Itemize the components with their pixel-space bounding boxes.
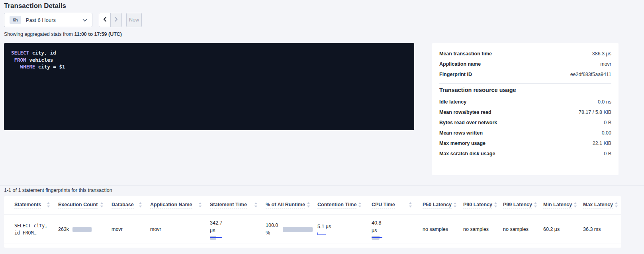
max-latency-value: 36.3 ms bbox=[583, 227, 601, 232]
sql-keyword: WHERE bbox=[11, 64, 35, 70]
previous-window-button[interactable] bbox=[99, 13, 110, 27]
column-header-min-latency: Min Latency bbox=[537, 196, 577, 215]
summary-label: Mean transaction time bbox=[439, 51, 492, 57]
chevron-left-icon bbox=[103, 16, 107, 23]
column-label[interactable]: Max Latency bbox=[583, 202, 613, 209]
cell-p50-latency: no samples bbox=[416, 215, 457, 244]
contention-time-value: 5.1 µs bbox=[317, 223, 331, 231]
chevron-down-icon bbox=[82, 16, 87, 23]
column-label[interactable]: CPU Time bbox=[372, 202, 395, 209]
pct-runtime-bar bbox=[283, 227, 313, 232]
summary-value: 0.00 bbox=[602, 130, 611, 136]
column-header-pct-of-all-runtime: % of All Runtime bbox=[262, 196, 313, 215]
cell-cpu-time: 40.8 µs bbox=[365, 215, 416, 244]
statement-time-bar-stddev bbox=[210, 237, 222, 238]
cell-contention-time: 5.1 µs bbox=[313, 215, 365, 244]
column-header-p99-latency: P99 Latency bbox=[497, 196, 537, 215]
summary-value: 0.0 ns bbox=[598, 99, 611, 105]
summary-label: Mean rows written bbox=[439, 130, 483, 136]
statement-time-value: 342.7 bbox=[210, 219, 222, 227]
execution-count-value: 263k bbox=[58, 227, 69, 232]
summary-row-idle-latency: Idle latency 0.0 ns bbox=[439, 97, 611, 107]
sort-arrows-icon[interactable] bbox=[254, 202, 258, 209]
column-label[interactable]: P50 Latency bbox=[423, 202, 452, 209]
summary-divider bbox=[439, 83, 611, 84]
summary-value: 386.3 µs bbox=[592, 51, 611, 57]
time-range-badge: 6h bbox=[10, 16, 21, 24]
sort-arrows-icon[interactable] bbox=[100, 202, 104, 209]
sort-arrows-icon[interactable] bbox=[198, 202, 202, 209]
summary-value: 22.1 KiB bbox=[593, 141, 611, 146]
time-window-pager bbox=[99, 13, 122, 27]
page-title: Transaction Details bbox=[4, 2, 66, 10]
column-label[interactable]: Application Name bbox=[150, 202, 192, 209]
summary-row-mean-rows-written: Mean rows written 0.00 bbox=[439, 128, 611, 138]
sql-text: city, id bbox=[29, 50, 56, 56]
execution-count-bar bbox=[72, 227, 92, 232]
column-header-cpu-time: CPU Time bbox=[365, 196, 416, 215]
sql-text: vehicles bbox=[26, 57, 53, 63]
sort-arrows-icon[interactable] bbox=[574, 202, 577, 209]
column-label[interactable]: Contention Time bbox=[317, 202, 356, 209]
summary-label: Application name bbox=[439, 61, 481, 67]
sql-text: city = $1 bbox=[35, 64, 65, 70]
cell-pct-of-all-runtime: 100.0 % bbox=[262, 215, 313, 244]
sort-arrows-icon[interactable] bbox=[139, 202, 142, 209]
contention-time-line bbox=[317, 234, 326, 235]
sort-arrows-icon[interactable] bbox=[307, 202, 310, 209]
summary-value: 0 B bbox=[604, 151, 611, 156]
column-header-statements: Statements bbox=[4, 196, 54, 215]
next-window-button[interactable] bbox=[110, 13, 121, 27]
p99-latency-value: no samples bbox=[503, 227, 529, 232]
column-header-database: Database bbox=[108, 196, 146, 215]
statements-table-header: Statements Execution Count Database Appl… bbox=[4, 196, 621, 215]
cell-statement-time: 342.7 µs bbox=[206, 215, 262, 244]
summary-label: Max scratch disk usage bbox=[439, 151, 495, 156]
aggregated-stats-caption: Showing aggregated stats from 11:00 to 1… bbox=[4, 31, 122, 37]
cell-database: movr bbox=[108, 215, 146, 244]
time-range-label: Past 6 Hours bbox=[26, 17, 82, 23]
cpu-time-value: 40.8 bbox=[372, 219, 382, 227]
pct-runtime-value: 100.0 bbox=[266, 222, 278, 229]
column-label[interactable]: P99 Latency bbox=[503, 202, 532, 209]
sort-arrows-icon[interactable] bbox=[615, 202, 618, 209]
cell-statement: SELECT city, id FROM… bbox=[4, 215, 54, 244]
sort-arrows-icon[interactable] bbox=[358, 202, 362, 209]
column-header-contention-time: Contention Time bbox=[313, 196, 365, 215]
caption-prefix: Showing aggregated stats from bbox=[4, 31, 74, 37]
column-label[interactable]: Statement Time bbox=[210, 202, 247, 209]
column-label[interactable]: % of All Runtime bbox=[266, 202, 305, 209]
time-range-dropdown[interactable]: 6h Past 6 Hours bbox=[4, 13, 92, 27]
statement-fingerprint-link[interactable]: SELECT city, id FROM… bbox=[14, 222, 47, 236]
time-toolbar: 6h Past 6 Hours Now bbox=[4, 13, 142, 27]
summary-row-bytes-read-over-network: Bytes read over network 0 B bbox=[439, 117, 611, 128]
sql-statement-box: SELECT city, id FROM vehicles WHERE city… bbox=[4, 43, 414, 130]
column-label[interactable]: Database bbox=[112, 202, 134, 209]
now-button[interactable]: Now bbox=[126, 13, 142, 27]
sql-keyword: SELECT bbox=[11, 50, 29, 56]
column-label[interactable]: Execution Count bbox=[58, 202, 98, 209]
column-header-statement-time: Statement Time bbox=[206, 196, 262, 215]
sort-arrows-icon[interactable] bbox=[494, 202, 497, 209]
column-label[interactable]: Statements bbox=[14, 202, 41, 209]
summary-row-mean-transaction-time: Mean transaction time 386.3 µs bbox=[439, 49, 611, 59]
statement-row: SELECT city, id FROM… 263k movr movr 342… bbox=[4, 215, 621, 244]
statements-table: Statements Execution Count Database Appl… bbox=[4, 196, 621, 248]
column-header-p90-latency: P90 Latency bbox=[457, 196, 497, 215]
summary-label: Fingerprint ID bbox=[439, 72, 472, 77]
column-label[interactable]: Min Latency bbox=[543, 202, 572, 209]
transaction-summary-card: Mean transaction time 386.3 µs Applicati… bbox=[432, 43, 619, 175]
summary-row-max-memory-usage: Max memory usage 22.1 KiB bbox=[439, 138, 611, 148]
statement-text-line: SELECT city, bbox=[14, 222, 47, 229]
statement-time-unit: µs bbox=[210, 227, 222, 234]
sort-arrows-icon[interactable] bbox=[47, 202, 50, 209]
column-label[interactable]: P90 Latency bbox=[463, 202, 492, 209]
summary-label: Mean rows/bytes read bbox=[439, 109, 491, 115]
sort-arrows-icon[interactable] bbox=[409, 202, 412, 209]
summary-value: 0 B bbox=[604, 120, 611, 125]
summary-label: Max memory usage bbox=[439, 141, 485, 146]
sort-arrows-icon[interactable] bbox=[453, 202, 457, 209]
cell-max-latency: 36.3 ms bbox=[577, 215, 621, 244]
sort-arrows-icon[interactable] bbox=[534, 202, 537, 209]
caption-time-range: 11:00 to 17:59 (UTC) bbox=[74, 31, 122, 37]
